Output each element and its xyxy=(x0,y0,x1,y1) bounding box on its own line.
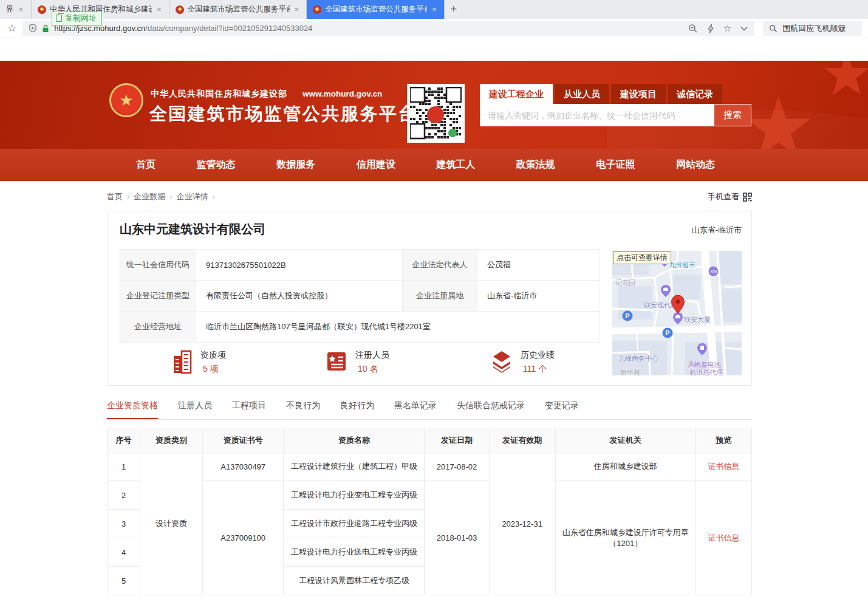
qual-cell: 山东省住房和城乡建设厅许可专用章（1201） xyxy=(555,481,695,595)
stat-text: 历史业绩111 个 xyxy=(521,350,555,375)
company-detail-card: 山东中元建筑设计有限公司 山东省-临沂市 统一社会信用代码91371302675… xyxy=(107,211,752,386)
qual-cell: 住房和城乡建设部 xyxy=(555,453,695,481)
stat-label: 历史业绩 xyxy=(521,350,555,361)
tab-title: 界 xyxy=(6,4,14,15)
detail-tab-2[interactable]: 工程项目 xyxy=(232,400,266,419)
address-bar-row: ☆ https://jzsc.mohurd.gov.cn/data/compan… xyxy=(0,19,868,38)
detail-tab-3[interactable]: 不良行为 xyxy=(286,400,320,419)
info-label: 企业登记注册类型 xyxy=(120,281,196,312)
qual-col-header: 发证有效期 xyxy=(489,428,555,453)
detail-tab-0[interactable]: 企业资质资格 xyxy=(107,400,158,419)
browser-chrome: 界×中华人民共和国住房和城乡建设×全国建筑市场监管公共服务平台×全国建筑市场监管… xyxy=(0,0,868,61)
news-search-box[interactable]: 国航回应飞机颠簸 xyxy=(763,21,862,36)
mobile-view-label: 手机查看 xyxy=(708,191,739,202)
detail-tab-7[interactable]: 变更记录 xyxy=(545,400,579,419)
info-value: 91371302675501022B xyxy=(196,250,403,281)
detail-tab-5[interactable]: 黑名单记录 xyxy=(394,400,437,419)
building-icon xyxy=(171,350,193,377)
search-tab-2[interactable]: 建设项目 xyxy=(611,84,666,104)
tab-close-icon[interactable]: × xyxy=(18,5,25,14)
bookmark-star-icon[interactable]: ☆ xyxy=(7,22,16,35)
detail-tab-1[interactable]: 注册人员 xyxy=(178,400,212,419)
keyword-search-input[interactable] xyxy=(480,104,714,126)
qual-cell: 2 xyxy=(108,481,140,510)
emblem-star: ★ xyxy=(119,92,133,108)
map-label-1: 记花园 xyxy=(615,278,635,287)
map-parking-icon: P xyxy=(662,327,673,341)
qual-cell: 3 xyxy=(108,510,140,538)
flash-icon[interactable] xyxy=(706,24,715,33)
svg-text:ATM: ATM xyxy=(710,270,717,273)
favorite-star-icon[interactable]: ☆ xyxy=(723,23,731,34)
nav-item-0[interactable]: 首页 xyxy=(136,159,155,171)
tab-close-icon[interactable]: × xyxy=(431,5,438,14)
qual-cell: 4 xyxy=(108,538,140,567)
browser-tab-2[interactable]: 全国建筑市场监管公共服务平台× xyxy=(169,0,307,19)
stat-text: 资质项5 项 xyxy=(200,350,226,375)
chevron-down-icon[interactable] xyxy=(740,26,748,31)
detail-tab-bar: 企业资质资格注册人员工程项目不良行为良好行为黑名单记录失信联合惩戒记录变更记录 xyxy=(107,400,752,420)
nav-item-5[interactable]: 政策法规 xyxy=(516,159,555,171)
nav-item-4[interactable]: 建筑工人 xyxy=(436,159,475,171)
info-label: 企业注册属地 xyxy=(403,281,477,312)
copy-url-tooltip-text: 复制网址 xyxy=(65,13,97,24)
detail-tab-6[interactable]: 失信联合惩戒记录 xyxy=(457,400,525,419)
stat-text: 注册人员10 名 xyxy=(355,350,389,375)
breadcrumb-item-1[interactable]: 企业数据 xyxy=(134,191,176,202)
zoom-out-icon[interactable] xyxy=(688,24,698,33)
url-bar[interactable]: https://jzsc.mohurd.gov.cn/data/company/… xyxy=(22,21,754,36)
svg-text:P: P xyxy=(625,312,629,320)
browser-tab-3[interactable]: 全国建筑市场监管公共服务平台× xyxy=(307,0,445,19)
page-top-gap xyxy=(0,38,868,61)
search-tab-1[interactable]: 从业人员 xyxy=(555,84,609,104)
qual-cell: 设计资质 xyxy=(140,453,203,595)
copy-icon xyxy=(56,15,62,22)
stat-value: 5 项 xyxy=(200,364,226,375)
ministry-name: 中华人民共和国住房和城乡建设部 xyxy=(151,89,287,98)
shield-icon[interactable] xyxy=(29,24,37,33)
qual-col-header: 资质类别 xyxy=(140,428,203,453)
search-tab-0[interactable]: 建设工程企业 xyxy=(480,84,553,104)
mobile-view-link[interactable]: 手机查看 xyxy=(708,191,752,202)
search-button[interactable]: 搜索 xyxy=(714,104,751,126)
qual-cell: 工程设计市政行业道路工程专业丙级 xyxy=(284,510,425,538)
qual-cell: 2023-12-31 xyxy=(489,453,555,595)
tab-favicon-emblem xyxy=(313,5,321,14)
browser-tab-0[interactable]: 界× xyxy=(0,0,32,19)
breadcrumb-item-2[interactable]: 企业详情 xyxy=(177,191,219,202)
ministry-line: 中华人民共和国住房和城乡建设部 www.mohurd.gov.cn xyxy=(151,89,382,100)
stat-资质项: 资质项5 项 xyxy=(171,350,226,377)
layers-icon xyxy=(490,350,513,375)
tab-close-icon[interactable]: × xyxy=(155,5,163,14)
qual-cell: 工程设计风景园林工程专项乙级 xyxy=(284,567,425,595)
certificate-info-link[interactable]: 证书信息 xyxy=(695,481,751,595)
nav-item-1[interactable]: 监管动态 xyxy=(197,159,236,171)
table-row: 2A237009100工程设计电力行业变电工程专业丙级2018-01-03山东省… xyxy=(108,481,752,510)
qual-cell: A237009100 xyxy=(203,481,284,595)
tab-close-icon[interactable]: × xyxy=(293,5,301,14)
search-icon xyxy=(769,24,777,33)
qual-cell: 工程设计电力行业变电工程专业丙级 xyxy=(284,481,425,510)
breadcrumb-item-0[interactable]: 首页 xyxy=(107,191,134,202)
map-shop-icon xyxy=(697,343,707,358)
nav-item-6[interactable]: 电子证照 xyxy=(596,159,635,171)
nav-item-3[interactable]: 信用建设 xyxy=(357,159,395,171)
info-label: 统一社会信用代码 xyxy=(120,250,196,281)
new-tab-button[interactable]: + xyxy=(445,0,463,19)
map-pin-icon xyxy=(671,295,685,316)
map-label-6: 临沂总代理 xyxy=(689,368,723,375)
search-tab-3[interactable]: 诚信记录 xyxy=(668,84,722,104)
qual-cell: 2017-08-02 xyxy=(425,453,489,481)
stat-label: 资质项 xyxy=(200,350,226,361)
nav-item-7[interactable]: 网站动态 xyxy=(676,159,715,171)
company-name: 山东中元建筑设计有限公司 xyxy=(120,221,265,238)
certificate-info-link[interactable]: 证书信息 xyxy=(695,453,751,481)
map-tooltip: 点击可查看详情 xyxy=(613,251,671,264)
company-location-map[interactable]: 点击可查看详情 九州超市记花园联 xyxy=(612,251,742,375)
info-label: 企业经营地址 xyxy=(120,312,196,343)
stat-历史业绩: 历史业绩111 个 xyxy=(490,350,555,375)
detail-tab-4[interactable]: 良好行为 xyxy=(340,400,374,419)
nav-item-2[interactable]: 数据服务 xyxy=(276,159,315,171)
tab-title: 全国建筑市场监管公共服务平台 xyxy=(325,4,427,15)
stat-value: 10 名 xyxy=(355,364,389,375)
